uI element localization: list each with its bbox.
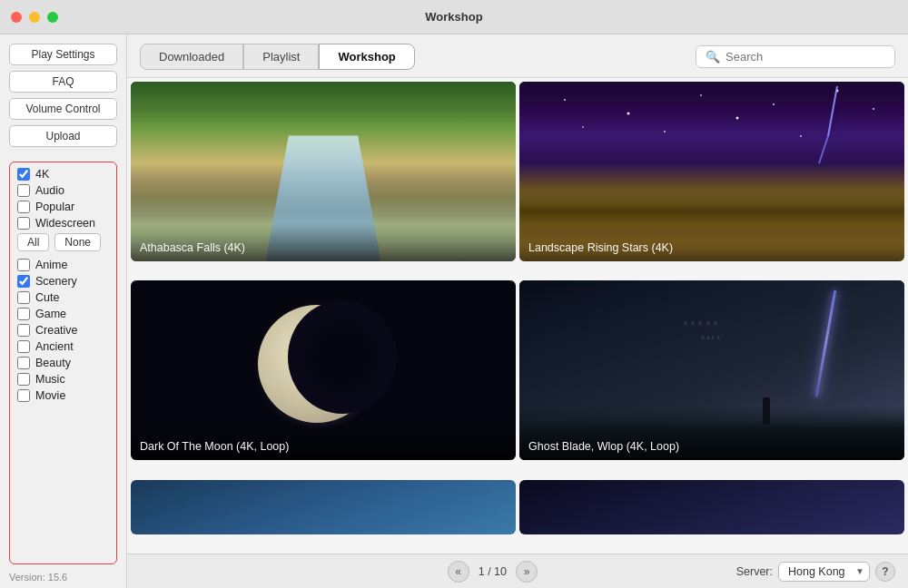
wallpaper-landscape[interactable]: Landscape Rising Stars (4K): [519, 82, 904, 261]
version-label: Version: 15.6: [9, 564, 117, 588]
svg-point-2: [700, 94, 702, 96]
label-anime: Anime: [35, 259, 67, 271]
checkbox-widescreen[interactable]: [17, 217, 30, 230]
warrior-silhouette: [763, 397, 770, 425]
wallpaper-partial-right[interactable]: [519, 480, 904, 534]
next-page-button[interactable]: »: [516, 561, 538, 583]
filter-game: Game: [17, 308, 109, 320]
checkbox-ancient[interactable]: [17, 340, 30, 353]
maximize-button[interactable]: [47, 12, 58, 23]
filter-audio: Audio: [17, 184, 109, 197]
label-music: Music: [35, 373, 65, 386]
upload-button[interactable]: Upload: [9, 125, 117, 147]
svg-point-8: [800, 135, 802, 137]
wallpaper-label-athabasca: Athabasca Falls (4K): [131, 223, 516, 261]
svg-point-5: [582, 126, 584, 128]
titlebar: Workshop: [0, 0, 908, 34]
filter-cute: Cute: [17, 291, 109, 304]
label-cute: Cute: [35, 291, 59, 304]
sidebar-action-buttons: Play Settings FAQ Volume Control Upload: [9, 44, 117, 147]
svg-point-6: [664, 131, 666, 132]
checkbox-beauty[interactable]: [17, 357, 30, 369]
label-widescreen: Widescreen: [35, 217, 95, 230]
filter-scenery: Scenery: [17, 275, 109, 288]
all-button[interactable]: All: [17, 233, 49, 251]
window-title: Workshop: [425, 10, 482, 24]
wallpaper-label-ghostblade: Ghost Blade, Wlop (4K, Loop): [519, 422, 904, 460]
svg-point-9: [873, 108, 874, 110]
svg-line-11: [819, 136, 828, 163]
filter-widescreen: Widescreen: [17, 217, 109, 230]
checkbox-4k[interactable]: [17, 168, 30, 181]
server-section: Server: Hong Kong US East US West Europe…: [736, 562, 895, 582]
wallpaper-moon[interactable]: Dark Of The Moon (4K, Loop): [131, 280, 516, 460]
svg-point-0: [564, 99, 566, 101]
search-input[interactable]: [725, 50, 885, 64]
page-info: 1 / 10: [475, 565, 510, 578]
svg-text:∧ ∧ ∧ ∧: ∧ ∧ ∧ ∧: [701, 335, 720, 340]
server-select[interactable]: Hong Kong US East US West Europe Japan: [778, 562, 870, 582]
label-4k: 4K: [35, 168, 49, 181]
all-none-row: All None: [17, 233, 109, 251]
svg-point-1: [627, 113, 630, 115]
label-ancient: Ancient: [35, 340, 74, 353]
minimize-button[interactable]: [29, 12, 40, 23]
tab-downloaded[interactable]: Downloaded: [140, 44, 243, 70]
stars-svg: [519, 82, 904, 190]
checkbox-cute[interactable]: [17, 291, 30, 304]
filter-ancient: Ancient: [17, 340, 109, 353]
filter-section: 4K Audio Popular Widescreen All None: [9, 162, 117, 564]
filter-popular: Popular: [17, 201, 109, 213]
tab-group: Downloaded Playlist Workshop: [140, 44, 696, 70]
bottom-bar: « 1 / 10 » Server: Hong Kong US East US …: [127, 554, 908, 588]
wallpaper-partial-left[interactable]: [131, 480, 516, 534]
close-button[interactable]: [11, 12, 22, 23]
filter-creative: Creative: [17, 324, 109, 337]
sidebar: Play Settings FAQ Volume Control Upload …: [0, 34, 127, 588]
filter-beauty: Beauty: [17, 357, 109, 369]
main-layout: Play Settings FAQ Volume Control Upload …: [0, 34, 908, 588]
tab-playlist[interactable]: Playlist: [243, 44, 319, 70]
tab-workshop[interactable]: Workshop: [319, 44, 414, 70]
svg-point-3: [773, 103, 775, 105]
filter-music: Music: [17, 373, 109, 386]
label-scenery: Scenery: [35, 275, 77, 288]
checkbox-creative[interactable]: [17, 324, 30, 337]
checkbox-audio[interactable]: [17, 184, 30, 197]
checkbox-game[interactable]: [17, 308, 30, 320]
svg-point-7: [736, 117, 739, 120]
play-settings-button[interactable]: Play Settings: [9, 44, 117, 65]
wallpaper-label-moon: Dark Of The Moon (4K, Loop): [131, 422, 516, 460]
wallpaper-grid: Athabasca Falls (4K): [127, 78, 908, 554]
search-icon: 🔍: [706, 50, 720, 64]
search-box: 🔍: [696, 45, 895, 68]
label-movie: Movie: [35, 389, 65, 402]
checkbox-movie[interactable]: [17, 389, 30, 402]
server-select-wrapper: Hong Kong US East US West Europe Japan ▼: [778, 562, 870, 582]
faq-button[interactable]: FAQ: [9, 71, 117, 93]
checkbox-music[interactable]: [17, 373, 30, 386]
checkbox-scenery[interactable]: [17, 275, 30, 288]
label-creative: Creative: [35, 324, 78, 337]
filter-anime: Anime: [17, 259, 109, 271]
svg-line-10: [828, 86, 837, 136]
wallpaper-ghostblade[interactable]: ∧ ∧ ∧ ∧ ∧ ∧ ∧ ∧ ∧ Ghost Blade, Wlop (4K,…: [519, 280, 904, 460]
checkbox-popular[interactable]: [17, 201, 30, 213]
filter-movie: Movie: [17, 389, 109, 402]
help-button[interactable]: ?: [875, 562, 895, 582]
wallpaper-athabasca[interactable]: Athabasca Falls (4K): [131, 82, 516, 261]
server-label: Server:: [736, 565, 773, 578]
label-game: Game: [35, 308, 66, 320]
content-area: Downloaded Playlist Workshop 🔍 Athabasca…: [127, 34, 908, 588]
filter-4k: 4K: [17, 168, 109, 181]
label-beauty: Beauty: [35, 357, 71, 369]
moon-shadow: [288, 300, 397, 414]
none-button[interactable]: None: [54, 233, 101, 251]
prev-page-button[interactable]: «: [448, 561, 469, 583]
volume-control-button[interactable]: Volume Control: [9, 98, 117, 120]
window-controls: [11, 12, 58, 23]
checkbox-anime[interactable]: [17, 259, 30, 271]
label-popular: Popular: [35, 201, 74, 213]
svg-text:∧ ∧ ∧ ∧ ∧: ∧ ∧ ∧ ∧ ∧: [683, 319, 718, 328]
wallpaper-label-landscape: Landscape Rising Stars (4K): [519, 223, 904, 261]
